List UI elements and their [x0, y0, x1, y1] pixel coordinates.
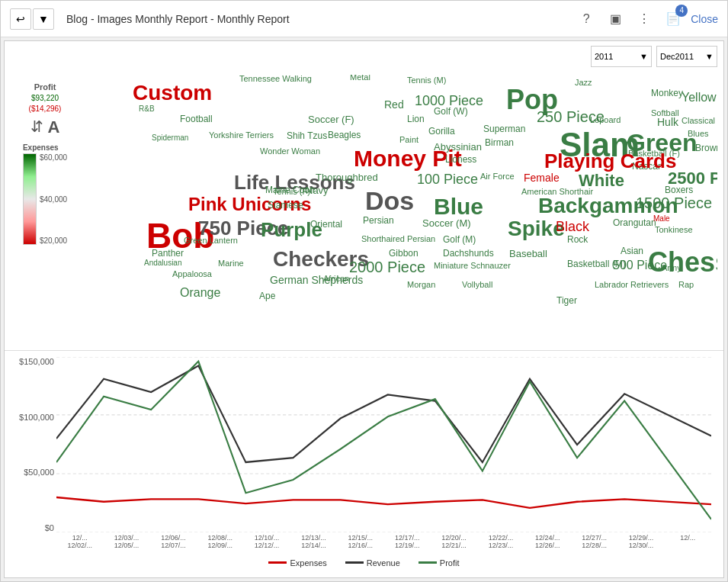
- notifications-icon[interactable]: 📄 4: [662, 8, 685, 31]
- revenue-line-sample: [345, 561, 364, 564]
- x-label-1: 12/03/...12/05/...: [103, 534, 149, 549]
- word-item[interactable]: Tonkinese: [655, 226, 693, 234]
- word-item[interactable]: Orange: [180, 287, 220, 299]
- word-item[interactable]: Brown: [695, 143, 717, 153]
- word-item[interactable]: Tennis (F): [273, 188, 310, 196]
- word-item[interactable]: African: [323, 275, 349, 283]
- word-item[interactable]: 100 Piece: [417, 172, 478, 186]
- word-item[interactable]: Persian: [363, 216, 394, 225]
- x-label-5: 12/13/...12/14/...: [290, 534, 337, 549]
- x-label-2: 12/06/...12/07/...: [150, 534, 197, 549]
- month-filter[interactable]: Dec2011 ▼: [656, 46, 717, 67]
- x-label-8: 12/20/...12/21/...: [431, 534, 477, 549]
- word-item[interactable]: Army: [662, 264, 681, 272]
- word-item[interactable]: Monkey: [651, 88, 683, 98]
- word-item[interactable]: Metal: [350, 75, 370, 82]
- word-item[interactable]: Black: [556, 220, 589, 233]
- chart-section: $150,000 $100,000 $50,000 $0: [5, 350, 723, 577]
- word-item[interactable]: Golf (W): [434, 107, 468, 116]
- help-icon[interactable]: ?: [575, 8, 598, 31]
- word-item[interactable]: Ape: [259, 291, 275, 301]
- word-item[interactable]: Shih Tzus: [287, 131, 327, 140]
- word-item[interactable]: Jazz: [575, 79, 592, 87]
- close-button[interactable]: Close: [691, 13, 718, 25]
- word-item[interactable]: Air Force: [480, 172, 515, 181]
- word-item[interactable]: Hulk: [657, 117, 678, 127]
- more-icon[interactable]: ⋮: [633, 8, 656, 31]
- word-item[interactable]: Rap: [678, 281, 694, 289]
- x-label-13: 12/...: [665, 534, 711, 542]
- word-item[interactable]: Classical: [681, 117, 715, 125]
- word-item[interactable]: Orangutan: [613, 218, 656, 227]
- x-label-9: 12/22/...12/23/...: [477, 534, 524, 549]
- word-item[interactable]: Oriental: [310, 220, 342, 229]
- word-item[interactable]: 1500 Piece: [636, 195, 712, 211]
- word-item[interactable]: Rock: [567, 235, 588, 244]
- word-item[interactable]: Siamese: [268, 201, 303, 210]
- word-item[interactable]: Lioness: [445, 155, 476, 164]
- word-item[interactable]: Red: [384, 99, 404, 110]
- word-item[interactable]: Paint: [399, 136, 419, 144]
- word-item[interactable]: Andalusian: [144, 259, 181, 267]
- word-item[interactable]: Tennessee Walking: [239, 75, 312, 83]
- x-axis: 12/...12/02/... 12/03/...12/05/... 12/06…: [56, 534, 711, 555]
- word-item[interactable]: Birman: [485, 138, 514, 147]
- word-item[interactable]: Golf (M): [443, 235, 476, 244]
- word-item[interactable]: Soccer (M): [422, 218, 471, 228]
- word-item[interactable]: Wonder Woman: [260, 147, 320, 156]
- word-item[interactable]: Yorkshire Terriers: [209, 131, 274, 140]
- line-chart: [56, 357, 711, 532]
- word-item[interactable]: Morgan: [407, 281, 435, 289]
- word-item[interactable]: Superman: [483, 124, 525, 133]
- word-item[interactable]: Thoroughbred: [316, 172, 378, 182]
- word-item[interactable]: Lepoard: [590, 116, 621, 124]
- back-button[interactable]: ↩: [10, 8, 31, 30]
- word-item[interactable]: Gibbon: [389, 249, 419, 258]
- word-item[interactable]: 2000 Piece: [349, 259, 425, 275]
- chart-svg-area: [56, 357, 711, 532]
- x-label-11: 12/27/...12/28/...: [571, 534, 617, 549]
- word-item[interactable]: Playing Cards: [544, 151, 676, 171]
- main-content: 2011 ▼ Dec2011 ▼ Profit $93,220 ($14,296…: [4, 40, 724, 578]
- word-item[interactable]: Baseball: [509, 249, 547, 259]
- word-item[interactable]: Tiger: [556, 296, 577, 305]
- gradient-labels: $60,000 $40,000 $20,000: [40, 153, 67, 245]
- x-label-10: 12/24/...12/26/...: [524, 534, 571, 549]
- word-item[interactable]: Shorthaired Persian: [361, 235, 435, 243]
- legend-revenue: Revenue: [345, 558, 400, 568]
- word-item[interactable]: Appaloosa: [172, 270, 212, 278]
- word-item[interactable]: Vollyball: [462, 281, 492, 289]
- word-item[interactable]: Asian: [621, 246, 643, 256]
- dropdown-button[interactable]: ▼: [33, 8, 54, 30]
- chart-legend-left: Profit $93,220 ($14,296) ⇵ A Expenses: [11, 75, 79, 347]
- x-label-4: 12/10/...12/12/...: [243, 534, 290, 549]
- word-item[interactable]: Female: [524, 172, 560, 183]
- word-item[interactable]: R&B: [139, 105, 155, 113]
- layout-icon[interactable]: ▣: [604, 8, 627, 31]
- x-label-7: 12/17/...12/19/...: [384, 534, 431, 549]
- titlebar: ↩ ▼ Blog - Images Monthly Report - Month…: [1, 1, 727, 37]
- word-item[interactable]: Panther: [152, 249, 184, 258]
- word-item[interactable]: Yellow: [681, 92, 717, 104]
- word-item[interactable]: Spiderman: [152, 134, 188, 142]
- word-item[interactable]: Labrador Retrievers: [595, 281, 669, 289]
- word-item[interactable]: Lion: [407, 114, 425, 124]
- profit-line-sample: [419, 561, 437, 564]
- wordcloud-section: Profit $93,220 ($14,296) ⇵ A Expenses: [5, 72, 723, 350]
- word-item[interactable]: Green Lantern: [184, 236, 238, 245]
- word-item[interactable]: Male: [653, 215, 670, 223]
- word-item[interactable]: 500 Piece: [613, 259, 667, 272]
- word-item[interactable]: Custom: [133, 82, 212, 104]
- app-window: ↩ ▼ Blog - Images Monthly Report - Month…: [0, 0, 728, 582]
- word-item[interactable]: Miniature Schnauzer: [434, 262, 511, 270]
- word-item[interactable]: Gorilla: [428, 127, 455, 136]
- word-item[interactable]: Beagles: [328, 130, 361, 140]
- year-filter[interactable]: 2011 ▼: [591, 46, 652, 67]
- word-item[interactable]: Tennis (M): [407, 76, 446, 85]
- word-item[interactable]: Soccer (F): [308, 114, 354, 124]
- word-item[interactable]: Blue: [434, 195, 483, 218]
- word-item[interactable]: Dachshunds: [443, 249, 494, 258]
- word-item[interactable]: Dos: [365, 188, 414, 214]
- word-item[interactable]: Marine: [218, 259, 244, 268]
- word-item[interactable]: Football: [180, 114, 213, 124]
